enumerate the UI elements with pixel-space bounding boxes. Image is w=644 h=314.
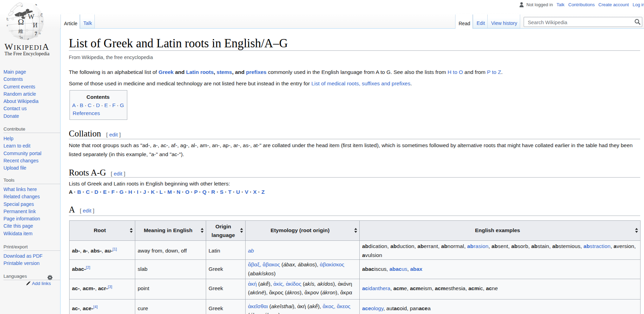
svg-text:維: 維 [18,29,23,34]
svg-text:И: И [33,22,37,29]
svg-text:Ω: Ω [18,17,24,26]
svg-text:ม: ม [39,32,41,35]
svg-text:W: W [28,13,35,20]
svg-text:โซ: โซ [19,36,23,39]
svg-text:7: 7 [35,31,37,36]
svg-text:ء: ء [7,23,8,27]
svg-text:ی: ی [27,37,29,40]
